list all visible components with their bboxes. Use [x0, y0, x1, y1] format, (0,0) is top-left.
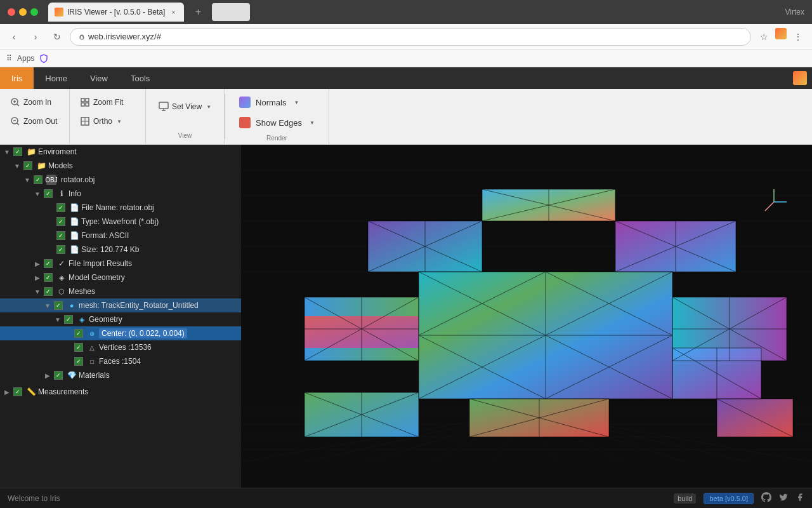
- checkbox-measurements[interactable]: [13, 387, 22, 396]
- tree-item-model-geo[interactable]: ▶ ◈ Model Geometry: [0, 271, 241, 284]
- expand-icon[interactable]: ▼: [23, 177, 32, 184]
- checkbox-enviroment[interactable]: [13, 147, 22, 156]
- facebook-icon[interactable]: [796, 493, 804, 504]
- label-size: Size: 120.774 Kb: [81, 245, 139, 254]
- url-bar[interactable]: web.irisviewer.xyz/#: [70, 28, 751, 46]
- checkbox-format[interactable]: [56, 231, 65, 240]
- checkbox-materials[interactable]: [54, 371, 63, 380]
- back-button[interactable]: ‹: [5, 28, 23, 46]
- svg-line-4: [17, 104, 19, 106]
- sphere-icon: ●: [67, 300, 77, 311]
- twitter-icon[interactable]: [779, 493, 788, 504]
- reload-button[interactable]: ↻: [48, 28, 66, 46]
- checkbox-geometry[interactable]: [64, 315, 73, 324]
- checkbox-mesh-track[interactable]: [54, 301, 63, 310]
- tab-tools[interactable]: Tools: [119, 67, 161, 89]
- github-icon[interactable]: [761, 492, 771, 504]
- edges-dropdown-arrow[interactable]: ▼: [310, 120, 315, 126]
- obj-icon: OBJ: [46, 175, 56, 185]
- zoom-fit-button[interactable]: Zoom Fit: [76, 94, 139, 110]
- bookmark-button[interactable]: ☆: [755, 28, 773, 46]
- ortho-icon: [80, 116, 90, 126]
- tab-close-button[interactable]: ×: [169, 8, 178, 17]
- expand-icon[interactable]: ▼: [3, 149, 11, 156]
- checkbox-meshes[interactable]: [44, 287, 53, 296]
- expand-icon[interactable]: ▼: [13, 163, 22, 170]
- tree-item-rotator[interactable]: ▼ OBJ rotator.obj: [0, 173, 241, 187]
- zoom-out-button[interactable]: Zoom Out: [6, 113, 63, 130]
- label-import: File Import Results: [69, 259, 132, 268]
- svg-rect-8: [81, 98, 84, 102]
- tab-home[interactable]: Home: [34, 67, 79, 89]
- checkbox-faces[interactable]: [74, 357, 83, 366]
- normals-button[interactable]: Normals ▼: [234, 94, 320, 110]
- tree-item-enviroment[interactable]: ▼ 📁 Enviroment: [0, 145, 241, 159]
- url-text[interactable]: web.irisviewer.xyz/#: [88, 32, 161, 41]
- ortho-button[interactable]: Ortho ▼: [76, 113, 139, 130]
- render-group-label: Render: [225, 135, 329, 142]
- maximize-button[interactable]: [30, 8, 38, 16]
- svg-rect-15: [159, 102, 168, 109]
- viewport-area: ▼ 📁 Enviroment ▼ 📁 Models ▼ OBJ rotator.…: [0, 145, 812, 488]
- checkbox-filename[interactable]: [56, 203, 65, 212]
- 3d-viewport[interactable]: [241, 145, 812, 488]
- checkbox-center[interactable]: [74, 329, 83, 338]
- view-group-label: View: [146, 132, 224, 142]
- tab-iris[interactable]: Iris: [0, 67, 34, 89]
- set-view-dropdown-arrow[interactable]: ▼: [206, 104, 211, 110]
- tree-item-vertices[interactable]: △ Vertices :13536: [0, 340, 241, 354]
- tree-item-center[interactable]: ⊕ Center: (0, 0.022, 0.004): [0, 326, 241, 340]
- expand-icon[interactable]: ▶: [33, 274, 42, 281]
- browser-tab[interactable]: IRIS Viewer - [v. 0.5.0 - Beta] ×: [48, 3, 184, 22]
- tree-item-filename[interactable]: 📄 File Name: rotator.obj: [0, 201, 241, 215]
- checkbox-rotator[interactable]: [34, 175, 43, 184]
- tree-item-info[interactable]: ▼ ℹ Info: [0, 187, 241, 201]
- tree-item-materials[interactable]: ▶ 💎 Materials: [0, 368, 241, 382]
- apps-label[interactable]: Apps: [17, 54, 34, 63]
- show-edges-button[interactable]: Show Edges ▼: [234, 114, 320, 131]
- ortho-dropdown-arrow[interactable]: ▼: [117, 119, 122, 124]
- normals-dropdown-arrow[interactable]: ▼: [294, 100, 299, 105]
- tree-item-faces[interactable]: □ Faces :1504: [0, 354, 241, 368]
- zoom-group-content: Zoom In Zoom Out: [0, 89, 69, 145]
- expand-icon[interactable]: ▶: [33, 260, 42, 267]
- expand-icon[interactable]: ▼: [33, 190, 42, 197]
- geo-icon: ◈: [56, 272, 67, 283]
- tree-item-type[interactable]: 📄 Type: Wavefront (*.obj): [0, 215, 241, 229]
- svg-rect-10: [86, 98, 89, 102]
- tree-item-format[interactable]: 📄 Format: ASCII: [0, 229, 241, 243]
- expand-icon[interactable]: ▼: [53, 316, 62, 323]
- checkbox-models[interactable]: [23, 161, 32, 170]
- tree-item-models[interactable]: ▼ 📁 Models: [0, 159, 241, 173]
- checkbox-vertices[interactable]: [74, 343, 83, 352]
- checkbox-info[interactable]: [44, 189, 53, 198]
- label-models: Models: [48, 161, 73, 170]
- checkbox-type[interactable]: [56, 217, 65, 226]
- tree-item-import[interactable]: ▶ ✓ File Import Results: [0, 257, 241, 271]
- checkbox-import[interactable]: [44, 259, 53, 268]
- menu-button[interactable]: ⋮: [789, 28, 807, 46]
- zoom-in-button[interactable]: Zoom In: [6, 94, 63, 110]
- tree-item-measurements[interactable]: ▶ 📏 Measurements: [0, 385, 241, 399]
- minimize-button[interactable]: [19, 8, 27, 16]
- expand-icon[interactable]: ▶: [43, 372, 52, 379]
- expand-icon[interactable]: ▼: [33, 288, 42, 295]
- new-tab-button[interactable]: +: [189, 3, 207, 21]
- tree-item-mesh-track[interactable]: ▼ ● mesh: TrackEntity_Rotator_Untitled: [0, 298, 241, 312]
- tab-view[interactable]: View: [79, 67, 119, 89]
- tree-item-size[interactable]: 📄 Size: 120.774 Kb: [0, 243, 241, 257]
- expand-icon[interactable]: ▼: [43, 302, 52, 309]
- extension-icon[interactable]: [775, 28, 787, 39]
- tree-item-meshes[interactable]: ▼ ⬡ Meshes: [0, 284, 241, 298]
- checkbox-size[interactable]: [56, 245, 65, 254]
- lock-icon: [78, 33, 86, 41]
- set-view-button[interactable]: Set View ▼: [152, 97, 218, 117]
- scene-render: [241, 145, 812, 488]
- checkbox-model-geo[interactable]: [44, 273, 53, 282]
- tree-item-geometry[interactable]: ▼ ◈ Geometry: [0, 312, 241, 326]
- expand-icon[interactable]: ▶: [3, 389, 11, 396]
- doc4-icon: 📄: [69, 244, 79, 255]
- forward-button[interactable]: ›: [27, 28, 44, 46]
- browser-nav-bar: ‹ › ↻ web.irisviewer.xyz/# ☆ ⋮: [0, 24, 812, 50]
- close-button[interactable]: [8, 8, 15, 16]
